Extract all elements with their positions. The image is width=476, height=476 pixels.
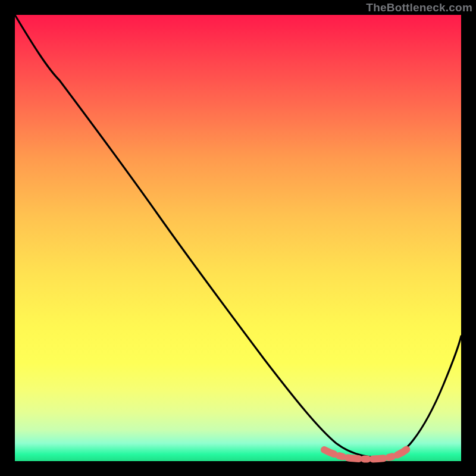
chart-frame: TheBottleneck.com: [0, 0, 476, 476]
plot-area: [15, 15, 461, 461]
bottleneck-curve: [15, 15, 461, 458]
valley-highlight: [324, 447, 409, 459]
watermark-text: TheBottleneck.com: [366, 1, 472, 14]
curve-svg: [15, 15, 461, 461]
